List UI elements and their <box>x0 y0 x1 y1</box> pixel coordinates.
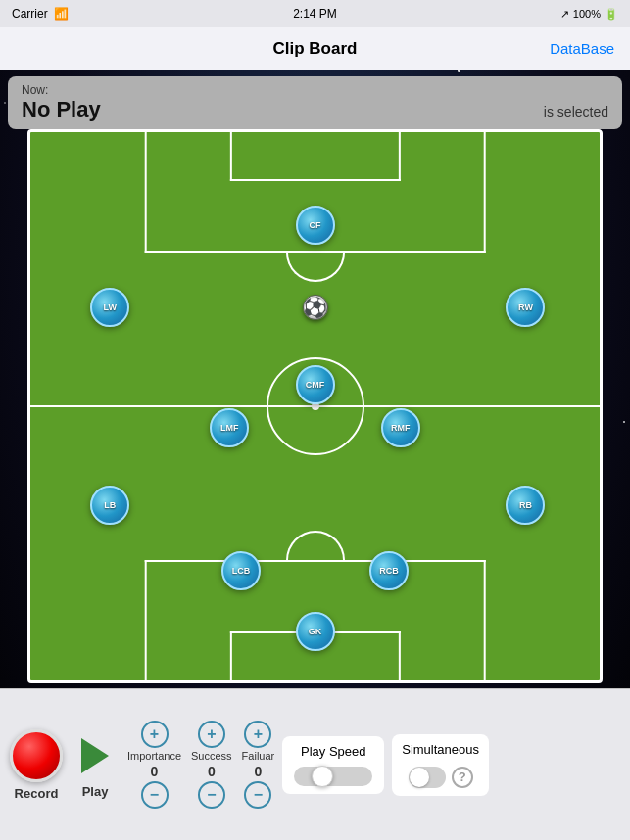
toggle-knob <box>410 768 429 787</box>
player-rw[interactable]: RW <box>506 288 545 327</box>
success-plus-button[interactable]: + <box>198 721 225 748</box>
nav-title: Clip Board <box>273 39 358 59</box>
importance-control: + Importance 0 − <box>127 721 181 809</box>
player-lcb[interactable]: LCB <box>221 551 261 590</box>
status-bar: Carrier 📶 2:14 PM ↗ 100% 🔋 <box>0 0 630 27</box>
importance-minus-button[interactable]: − <box>141 781 169 809</box>
bottom-penalty-arc <box>286 531 345 560</box>
player-cf[interactable]: CF <box>296 206 335 245</box>
player-lmf[interactable]: LMF <box>210 408 249 447</box>
toolbar: Record Play + Importance 0 − + Success 0… <box>0 688 630 840</box>
play-button[interactable] <box>71 731 120 780</box>
now-label: Now: <box>22 83 608 97</box>
top-penalty-arc <box>286 253 345 282</box>
player-cmf[interactable]: CMF <box>296 365 335 404</box>
selected-text: is selected <box>544 104 608 119</box>
play-section: Play <box>71 731 120 799</box>
status-right: ↗ 100% 🔋 <box>560 8 618 21</box>
play-triangle-icon <box>81 738 109 773</box>
battery-icon: 🔋 <box>605 8 618 21</box>
importance-label: Importance <box>127 750 181 762</box>
record-label: Record <box>15 786 59 801</box>
simultaneous-toggle[interactable] <box>409 767 446 788</box>
signal-arrow: ↗ <box>560 8 569 21</box>
speed-label: Play Speed <box>301 744 366 759</box>
player-lw[interactable]: LW <box>90 288 129 327</box>
record-section: Record <box>10 729 63 801</box>
failuar-minus-button[interactable]: − <box>244 781 271 809</box>
now-bar: Now: No Play is selected <box>8 76 622 129</box>
player-rmf[interactable]: RMF <box>381 408 420 447</box>
success-minus-button[interactable]: − <box>198 781 225 809</box>
importance-value: 0 <box>151 764 159 779</box>
status-left: Carrier 📶 <box>12 7 69 21</box>
player-lb[interactable]: LB <box>90 486 129 525</box>
current-play: No Play <box>22 97 608 122</box>
soccer-field[interactable]: CFLWRWCMFLMFRMFLBRBLCBRCBGK <box>27 129 603 683</box>
database-button[interactable]: DataBase <box>550 40 614 57</box>
wifi-icon: 📶 <box>54 7 69 21</box>
player-rb[interactable]: RB <box>506 486 545 525</box>
isp-section: + Importance 0 − + Success 0 − + Failuar… <box>127 721 274 809</box>
player-gk[interactable]: GK <box>296 612 335 651</box>
simultaneous-row: ? <box>409 767 473 788</box>
carrier-text: Carrier <box>12 7 48 21</box>
help-button[interactable]: ? <box>452 767 473 788</box>
simultaneous-section: Simultaneous ? <box>392 734 489 796</box>
simultaneous-label: Simultaneous <box>402 742 479 757</box>
failuar-control: + Failuar 0 − <box>242 721 275 809</box>
success-control: + Success 0 − <box>191 721 232 809</box>
record-button[interactable] <box>10 729 63 782</box>
play-label: Play <box>82 784 109 799</box>
failuar-value: 0 <box>255 764 263 779</box>
top-goal-box <box>229 132 400 181</box>
status-time: 2:14 PM <box>293 7 337 21</box>
success-value: 0 <box>208 764 216 779</box>
failuar-plus-button[interactable]: + <box>244 721 271 748</box>
nav-bar: Clip Board DataBase <box>0 27 630 70</box>
field-wrapper: CFLWRWCMFLMFRMFLBRBLCBRCBGK <box>27 129 603 683</box>
battery-pct: 100% <box>573 8 601 20</box>
success-label: Success <box>191 750 232 762</box>
soccer-ball[interactable] <box>303 295 328 320</box>
player-rcb[interactable]: RCB <box>369 551 409 590</box>
importance-plus-button[interactable]: + <box>141 721 169 748</box>
speed-slider[interactable] <box>294 767 372 786</box>
failuar-label: Failuar <box>242 750 275 762</box>
speed-section: Play Speed <box>282 736 384 794</box>
